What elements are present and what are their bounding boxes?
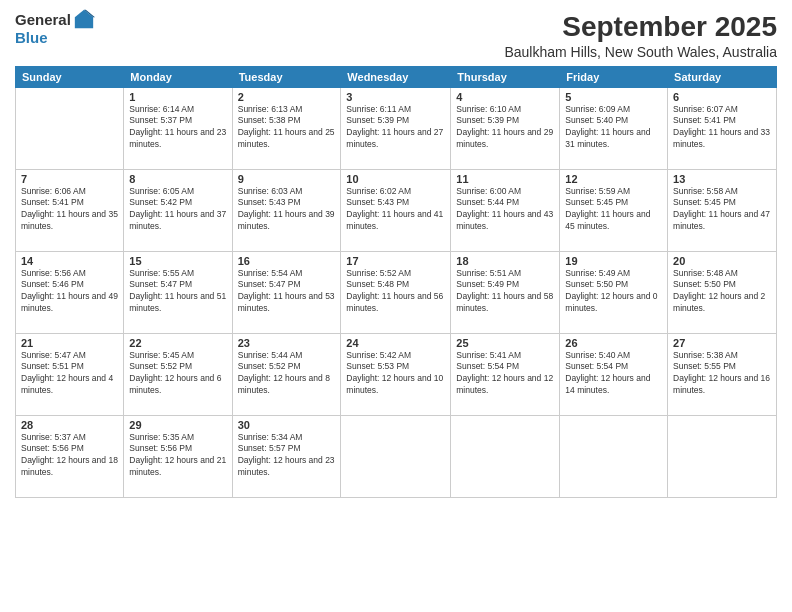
day-header-sunday: Sunday — [16, 66, 124, 87]
calendar-cell: 5Sunrise: 6:09 AM Sunset: 5:40 PM Daylig… — [560, 87, 668, 169]
calendar-cell — [451, 415, 560, 497]
day-header-monday: Monday — [124, 66, 232, 87]
calendar-cell: 17Sunrise: 5:52 AM Sunset: 5:48 PM Dayli… — [341, 251, 451, 333]
week-row-4: 21Sunrise: 5:47 AM Sunset: 5:51 PM Dayli… — [16, 333, 777, 415]
day-number: 30 — [238, 419, 336, 431]
day-number: 23 — [238, 337, 336, 349]
day-info: Sunrise: 6:09 AM Sunset: 5:40 PM Dayligh… — [565, 104, 662, 152]
logo-blue-text: Blue — [15, 30, 48, 47]
day-info: Sunrise: 6:14 AM Sunset: 5:37 PM Dayligh… — [129, 104, 226, 152]
day-info: Sunrise: 5:38 AM Sunset: 5:55 PM Dayligh… — [673, 350, 771, 398]
calendar-cell: 29Sunrise: 5:35 AM Sunset: 5:56 PM Dayli… — [124, 415, 232, 497]
day-info: Sunrise: 5:41 AM Sunset: 5:54 PM Dayligh… — [456, 350, 554, 398]
calendar-cell: 11Sunrise: 6:00 AM Sunset: 5:44 PM Dayli… — [451, 169, 560, 251]
calendar-cell: 30Sunrise: 5:34 AM Sunset: 5:57 PM Dayli… — [232, 415, 341, 497]
day-number: 8 — [129, 173, 226, 185]
day-number: 10 — [346, 173, 445, 185]
day-info: Sunrise: 5:54 AM Sunset: 5:47 PM Dayligh… — [238, 268, 336, 316]
calendar-cell: 22Sunrise: 5:45 AM Sunset: 5:52 PM Dayli… — [124, 333, 232, 415]
day-number: 19 — [565, 255, 662, 267]
week-row-5: 28Sunrise: 5:37 AM Sunset: 5:56 PM Dayli… — [16, 415, 777, 497]
day-info: Sunrise: 5:34 AM Sunset: 5:57 PM Dayligh… — [238, 432, 336, 480]
day-info: Sunrise: 6:06 AM Sunset: 5:41 PM Dayligh… — [21, 186, 118, 234]
calendar-cell: 27Sunrise: 5:38 AM Sunset: 5:55 PM Dayli… — [668, 333, 777, 415]
calendar-cell: 3Sunrise: 6:11 AM Sunset: 5:39 PM Daylig… — [341, 87, 451, 169]
logo-general-text: General — [15, 12, 71, 29]
day-number: 11 — [456, 173, 554, 185]
calendar-cell: 24Sunrise: 5:42 AM Sunset: 5:53 PM Dayli… — [341, 333, 451, 415]
day-info: Sunrise: 5:56 AM Sunset: 5:46 PM Dayligh… — [21, 268, 118, 316]
calendar-cell: 18Sunrise: 5:51 AM Sunset: 5:49 PM Dayli… — [451, 251, 560, 333]
calendar-cell: 23Sunrise: 5:44 AM Sunset: 5:52 PM Dayli… — [232, 333, 341, 415]
day-number: 6 — [673, 91, 771, 103]
location-title: Baulkham Hills, New South Wales, Austral… — [115, 44, 777, 60]
day-number: 14 — [21, 255, 118, 267]
calendar-cell: 9Sunrise: 6:03 AM Sunset: 5:43 PM Daylig… — [232, 169, 341, 251]
day-info: Sunrise: 6:07 AM Sunset: 5:41 PM Dayligh… — [673, 104, 771, 152]
day-number: 5 — [565, 91, 662, 103]
day-number: 21 — [21, 337, 118, 349]
day-number: 16 — [238, 255, 336, 267]
calendar-cell — [560, 415, 668, 497]
day-number: 25 — [456, 337, 554, 349]
day-info: Sunrise: 6:13 AM Sunset: 5:38 PM Dayligh… — [238, 104, 336, 152]
calendar-cell: 12Sunrise: 5:59 AM Sunset: 5:45 PM Dayli… — [560, 169, 668, 251]
day-info: Sunrise: 5:45 AM Sunset: 5:52 PM Dayligh… — [129, 350, 226, 398]
day-header-wednesday: Wednesday — [341, 66, 451, 87]
calendar-cell: 4Sunrise: 6:10 AM Sunset: 5:39 PM Daylig… — [451, 87, 560, 169]
calendar-cell: 13Sunrise: 5:58 AM Sunset: 5:45 PM Dayli… — [668, 169, 777, 251]
day-info: Sunrise: 5:51 AM Sunset: 5:49 PM Dayligh… — [456, 268, 554, 316]
day-info: Sunrise: 6:10 AM Sunset: 5:39 PM Dayligh… — [456, 104, 554, 152]
week-row-1: 1Sunrise: 6:14 AM Sunset: 5:37 PM Daylig… — [16, 87, 777, 169]
day-header-thursday: Thursday — [451, 66, 560, 87]
calendar-cell: 26Sunrise: 5:40 AM Sunset: 5:54 PM Dayli… — [560, 333, 668, 415]
day-info: Sunrise: 5:48 AM Sunset: 5:50 PM Dayligh… — [673, 268, 771, 316]
month-title: September 2025 — [115, 10, 777, 44]
day-header-saturday: Saturday — [668, 66, 777, 87]
calendar-cell: 20Sunrise: 5:48 AM Sunset: 5:50 PM Dayli… — [668, 251, 777, 333]
calendar-cell: 19Sunrise: 5:49 AM Sunset: 5:50 PM Dayli… — [560, 251, 668, 333]
calendar-cell: 16Sunrise: 5:54 AM Sunset: 5:47 PM Dayli… — [232, 251, 341, 333]
calendar-cell: 7Sunrise: 6:06 AM Sunset: 5:41 PM Daylig… — [16, 169, 124, 251]
day-info: Sunrise: 5:47 AM Sunset: 5:51 PM Dayligh… — [21, 350, 118, 398]
day-number: 12 — [565, 173, 662, 185]
calendar-cell: 25Sunrise: 5:41 AM Sunset: 5:54 PM Dayli… — [451, 333, 560, 415]
calendar-container: General Blue September 2025 Baulkham Hil… — [0, 0, 792, 612]
day-number: 18 — [456, 255, 554, 267]
day-number: 26 — [565, 337, 662, 349]
week-row-3: 14Sunrise: 5:56 AM Sunset: 5:46 PM Dayli… — [16, 251, 777, 333]
day-info: Sunrise: 6:00 AM Sunset: 5:44 PM Dayligh… — [456, 186, 554, 234]
day-number: 2 — [238, 91, 336, 103]
day-number: 29 — [129, 419, 226, 431]
day-info: Sunrise: 5:59 AM Sunset: 5:45 PM Dayligh… — [565, 186, 662, 234]
title-section: September 2025 Baulkham Hills, New South… — [115, 10, 777, 60]
day-info: Sunrise: 5:37 AM Sunset: 5:56 PM Dayligh… — [21, 432, 118, 480]
day-info: Sunrise: 5:35 AM Sunset: 5:56 PM Dayligh… — [129, 432, 226, 480]
calendar-cell: 6Sunrise: 6:07 AM Sunset: 5:41 PM Daylig… — [668, 87, 777, 169]
day-info: Sunrise: 5:52 AM Sunset: 5:48 PM Dayligh… — [346, 268, 445, 316]
logo: General Blue — [15, 10, 95, 47]
day-number: 4 — [456, 91, 554, 103]
calendar-cell — [668, 415, 777, 497]
day-info: Sunrise: 5:42 AM Sunset: 5:53 PM Dayligh… — [346, 350, 445, 398]
calendar-cell — [341, 415, 451, 497]
day-number: 3 — [346, 91, 445, 103]
header-section: General Blue September 2025 Baulkham Hil… — [15, 10, 777, 60]
calendar-cell: 1Sunrise: 6:14 AM Sunset: 5:37 PM Daylig… — [124, 87, 232, 169]
day-number: 22 — [129, 337, 226, 349]
day-number: 17 — [346, 255, 445, 267]
day-info: Sunrise: 6:05 AM Sunset: 5:42 PM Dayligh… — [129, 186, 226, 234]
day-info: Sunrise: 5:55 AM Sunset: 5:47 PM Dayligh… — [129, 268, 226, 316]
day-info: Sunrise: 5:40 AM Sunset: 5:54 PM Dayligh… — [565, 350, 662, 398]
day-info: Sunrise: 5:58 AM Sunset: 5:45 PM Dayligh… — [673, 186, 771, 234]
day-number: 9 — [238, 173, 336, 185]
day-number: 28 — [21, 419, 118, 431]
day-number: 24 — [346, 337, 445, 349]
day-info: Sunrise: 5:44 AM Sunset: 5:52 PM Dayligh… — [238, 350, 336, 398]
calendar-cell: 2Sunrise: 6:13 AM Sunset: 5:38 PM Daylig… — [232, 87, 341, 169]
day-info: Sunrise: 6:02 AM Sunset: 5:43 PM Dayligh… — [346, 186, 445, 234]
header-row: SundayMondayTuesdayWednesdayThursdayFrid… — [16, 66, 777, 87]
calendar-cell: 8Sunrise: 6:05 AM Sunset: 5:42 PM Daylig… — [124, 169, 232, 251]
calendar-cell — [16, 87, 124, 169]
day-number: 15 — [129, 255, 226, 267]
